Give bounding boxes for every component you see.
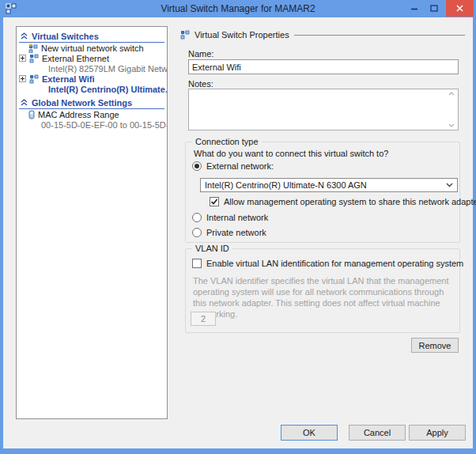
- virtual-switch-icon: [29, 74, 39, 84]
- ok-button[interactable]: OK: [281, 425, 338, 441]
- name-label: Name:: [188, 49, 213, 59]
- external-network-label: External network:: [206, 161, 274, 171]
- tree-item-label: External Wifi: [42, 74, 95, 84]
- collapse-chevrons-icon: [21, 32, 28, 40]
- private-network-radio[interactable]: Private network: [192, 228, 266, 237]
- tree-subitem-mac-range-value[interactable]: 00-15-5D-0E-EF-00 to 00-15-5D-0...: [17, 119, 167, 130]
- internal-network-radio[interactable]: Internal network: [192, 213, 268, 222]
- section-global-network-settings[interactable]: Global Network Settings: [19, 96, 164, 109]
- allow-management-label: Allow management operating system to sha…: [224, 197, 476, 206]
- expand-plus-icon[interactable]: [19, 55, 26, 62]
- tree-item-label: New virtual network switch: [41, 44, 144, 53]
- maximize-icon: [430, 5, 438, 12]
- notes-textarea[interactable]: [189, 89, 444, 130]
- virtual-switch-manager-window: Virtual Switch Manager for MAMAR2: [0, 0, 476, 454]
- section-title: Virtual Switches: [32, 32, 99, 41]
- adapter-name: Intel(R) 82579LM Gigabit Network ...: [48, 64, 168, 74]
- apply-button[interactable]: Apply: [409, 425, 466, 441]
- close-icon: [456, 5, 463, 12]
- vlan-id-group: VLAN ID Enable virtual LAN identificatio…: [185, 248, 460, 333]
- vlan-id-label: VLAN ID: [192, 244, 232, 253]
- close-button[interactable]: [446, 0, 474, 17]
- properties-header: Virtual Switch Properties: [180, 30, 465, 40]
- cancel-button[interactable]: Cancel: [349, 425, 406, 441]
- vlan-id-input: [191, 312, 216, 326]
- radio-icon: [192, 228, 202, 237]
- switch-name-input[interactable]: [188, 59, 459, 74]
- chevron-down-icon: [446, 183, 453, 187]
- tree-item-external-ethernet[interactable]: External Ethernet: [17, 53, 167, 63]
- tree-item-mac-range[interactable]: MAC Address Range: [17, 109, 167, 119]
- radio-icon: [192, 161, 202, 171]
- checkbox-unchecked-icon: [192, 259, 202, 268]
- scroll-down-icon[interactable]: [448, 123, 455, 127]
- external-network-radio[interactable]: External network:: [192, 161, 274, 171]
- tree-item-label: External Ethernet: [42, 54, 109, 63]
- virtual-switch-icon: [29, 54, 39, 63]
- switch-tree-panel: Virtual Switches New virtual network swi…: [16, 26, 168, 419]
- scroll-up-icon[interactable]: [448, 92, 455, 96]
- tree-item-new-switch[interactable]: New virtual network switch: [17, 43, 167, 53]
- enable-vlan-checkbox[interactable]: Enable virtual LAN identification for ma…: [192, 259, 463, 268]
- minimize-icon: [410, 5, 418, 13]
- private-network-label: Private network: [206, 228, 266, 237]
- tree-subitem-wifi-adapter[interactable]: Intel(R) Centrino(R) Ultimate...: [17, 84, 167, 94]
- remove-button[interactable]: Remove: [411, 338, 459, 353]
- notes-scrollbar[interactable]: [444, 89, 458, 130]
- expand-plus-icon[interactable]: [19, 75, 26, 82]
- connection-question: What do you want to connect this virtual…: [194, 149, 388, 158]
- notes-field: [188, 89, 459, 131]
- maximize-button[interactable]: [425, 0, 444, 17]
- notes-label: Notes:: [188, 79, 213, 89]
- title-bar: Virtual Switch Manager for MAMAR2: [0, 0, 476, 17]
- adapter-name: Intel(R) Centrino(R) Ultimate...: [48, 85, 168, 94]
- new-switch-icon: [28, 43, 38, 53]
- tree-subitem-ethernet-adapter[interactable]: Intel(R) 82579LM Gigabit Network ...: [17, 63, 167, 74]
- connection-type-group: Connection type What do you want to conn…: [185, 142, 460, 243]
- mac-range-value: 00-15-5D-0E-EF-00 to 00-15-5D-0...: [41, 120, 168, 130]
- checkbox-checked-icon: [210, 197, 219, 206]
- internal-network-label: Internal network: [206, 213, 268, 222]
- vlan-description: The VLAN identifier specifies the virtua…: [193, 275, 459, 320]
- connection-type-label: Connection type: [192, 137, 262, 146]
- allow-management-checkbox[interactable]: Allow management operating system to sha…: [210, 197, 476, 206]
- tree-item-label: MAC Address Range: [38, 110, 119, 119]
- enable-vlan-label: Enable virtual LAN identification for ma…: [206, 259, 463, 268]
- properties-header-label: Virtual Switch Properties: [195, 30, 289, 40]
- adapter-dropdown[interactable]: Intel(R) Centrino(R) Ultimate-N 6300 AGN: [200, 178, 458, 192]
- header-rule: [294, 35, 465, 36]
- radio-icon: [192, 213, 202, 222]
- dialog-client-area: Virtual Switches New virtual network swi…: [3, 17, 473, 448]
- adapter-selected-value: Intel(R) Centrino(R) Ultimate-N 6300 AGN: [205, 180, 446, 190]
- section-title: Global Network Settings: [32, 98, 132, 108]
- tree-item-external-wifi[interactable]: External Wifi: [17, 74, 167, 84]
- section-virtual-switches[interactable]: Virtual Switches: [19, 30, 164, 43]
- minimize-button[interactable]: [405, 0, 424, 17]
- collapse-chevrons-icon: [21, 99, 28, 106]
- virtual-switch-icon: [180, 30, 190, 40]
- mac-address-icon: [28, 110, 35, 119]
